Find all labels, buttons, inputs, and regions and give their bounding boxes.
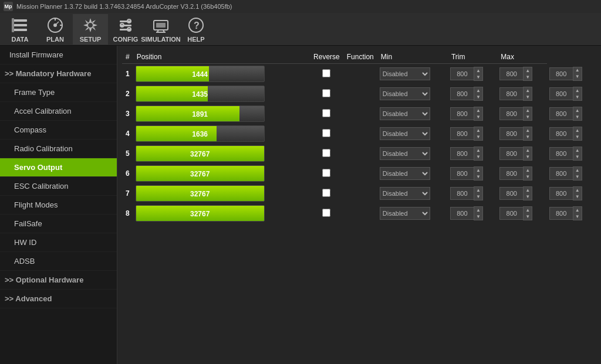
toolbar-simulation[interactable]: SIMULATION	[143, 14, 178, 45]
min-up-button[interactable]: ▲	[474, 107, 482, 114]
reverse-checkbox[interactable]	[322, 149, 330, 157]
min-up-button[interactable]: ▲	[474, 127, 482, 134]
trim-down-button[interactable]: ▼	[524, 174, 532, 180]
max-up-button[interactable]: ▲	[573, 187, 582, 193]
max-down-button[interactable]: ▼	[573, 94, 582, 100]
min-input[interactable]	[450, 87, 474, 100]
reverse-checkbox[interactable]	[322, 209, 330, 217]
sidebar-item-flight-modes[interactable]: Flight Modes	[0, 196, 117, 215]
sidebar-item-advanced[interactable]: >> Advanced	[0, 290, 117, 308]
trim-down-button[interactable]: ▼	[524, 74, 532, 80]
min-down-button[interactable]: ▼	[474, 193, 482, 200]
reverse-checkbox[interactable]	[322, 89, 330, 97]
min-input[interactable]	[450, 67, 474, 80]
trim-up-button[interactable]: ▲	[524, 67, 532, 74]
sidebar-item-compass[interactable]: Compass	[0, 121, 117, 140]
reverse-checkbox[interactable]	[322, 189, 330, 197]
trim-input[interactable]	[499, 127, 523, 140]
function-select[interactable]: DisabledRCPassThruFlapFlap_autoAileronmo…	[380, 207, 430, 220]
trim-up-button[interactable]: ▲	[524, 147, 532, 154]
max-down-button[interactable]: ▼	[573, 154, 582, 160]
trim-input[interactable]	[499, 147, 523, 160]
reverse-checkbox[interactable]	[322, 169, 330, 177]
reverse-checkbox[interactable]	[322, 129, 330, 137]
function-select[interactable]: DisabledRCPassThruFlapFlap_autoAileronmo…	[380, 167, 430, 180]
min-up-button[interactable]: ▲	[474, 147, 482, 154]
max-input[interactable]	[549, 107, 573, 120]
min-down-button[interactable]: ▼	[474, 94, 482, 100]
max-down-button[interactable]: ▼	[573, 114, 582, 120]
max-input[interactable]	[549, 87, 573, 100]
trim-input[interactable]	[499, 87, 523, 100]
max-down-button[interactable]: ▼	[573, 134, 582, 140]
function-select[interactable]: DisabledRCPassThruFlapFlap_autoAileronmo…	[380, 187, 430, 200]
max-down-button[interactable]: ▼	[573, 74, 582, 80]
sidebar-item-accel-calibration[interactable]: Accel Calibration	[0, 102, 117, 121]
toolbar-data[interactable]: DATA	[2, 14, 38, 45]
trim-down-button[interactable]: ▼	[524, 154, 532, 160]
min-input[interactable]	[450, 127, 474, 140]
reverse-checkbox[interactable]	[322, 109, 330, 117]
min-down-button[interactable]: ▼	[474, 154, 482, 160]
max-down-button[interactable]: ▼	[573, 174, 582, 180]
trim-up-button[interactable]: ▲	[524, 87, 532, 94]
min-down-button[interactable]: ▼	[474, 134, 482, 140]
function-select[interactable]: DisabledRCPassThruFlapFlap_autoAileronmo…	[380, 127, 430, 140]
trim-input[interactable]	[499, 207, 523, 220]
trim-input[interactable]	[499, 167, 523, 180]
trim-up-button[interactable]: ▲	[524, 167, 532, 174]
trim-down-button[interactable]: ▼	[524, 134, 532, 140]
max-input[interactable]	[549, 147, 573, 160]
max-up-button[interactable]: ▲	[573, 207, 582, 213]
sidebar-item-frame-type[interactable]: Frame Type	[0, 83, 117, 102]
sidebar-item-adsb[interactable]: ADSB	[0, 252, 117, 271]
function-select[interactable]: DisabledRCPassThruFlapFlap_autoAileronmo…	[380, 67, 430, 80]
min-input[interactable]	[450, 207, 474, 220]
sidebar-item-mandatory-hardware[interactable]: >> Mandatory Hardware	[0, 64, 117, 83]
trim-up-button[interactable]: ▲	[524, 187, 532, 193]
trim-down-button[interactable]: ▼	[524, 114, 532, 120]
max-down-button[interactable]: ▼	[573, 213, 582, 220]
function-select[interactable]: DisabledRCPassThruFlapFlap_autoAileronmo…	[380, 87, 430, 100]
function-select[interactable]: DisabledRCPassThruFlapFlap_autoAileronmo…	[380, 107, 430, 120]
min-up-button[interactable]: ▲	[474, 207, 482, 213]
toolbar-config[interactable]: CONFIG	[108, 14, 143, 45]
max-up-button[interactable]: ▲	[573, 147, 582, 154]
min-down-button[interactable]: ▼	[474, 114, 482, 120]
max-up-button[interactable]: ▲	[573, 167, 582, 174]
max-up-button[interactable]: ▲	[573, 127, 582, 134]
max-up-button[interactable]: ▲	[573, 107, 582, 114]
function-select[interactable]: DisabledRCPassThruFlapFlap_autoAileronmo…	[380, 147, 430, 160]
trim-input[interactable]	[499, 187, 523, 200]
trim-input[interactable]	[499, 107, 523, 120]
min-input[interactable]	[450, 167, 474, 180]
toolbar-setup[interactable]: SETUP	[73, 14, 108, 45]
trim-down-button[interactable]: ▼	[524, 193, 532, 200]
max-input[interactable]	[549, 67, 573, 80]
max-up-button[interactable]: ▲	[573, 67, 582, 74]
max-input[interactable]	[549, 207, 573, 220]
toolbar-plan[interactable]: PLAN	[38, 14, 73, 45]
trim-down-button[interactable]: ▼	[524, 213, 532, 220]
min-input[interactable]	[450, 187, 474, 200]
sidebar-item-esc-calibration[interactable]: ESC Calibration	[0, 177, 117, 196]
sidebar-item-optional-hardware[interactable]: >> Optional Hardware	[0, 271, 117, 290]
trim-up-button[interactable]: ▲	[524, 127, 532, 134]
min-up-button[interactable]: ▲	[474, 167, 482, 174]
trim-down-button[interactable]: ▼	[524, 94, 532, 100]
sidebar-item-radio-calibration[interactable]: Radio Calibration	[0, 140, 117, 158]
min-up-button[interactable]: ▲	[474, 187, 482, 193]
max-down-button[interactable]: ▼	[573, 193, 582, 200]
max-input[interactable]	[549, 187, 573, 200]
sidebar-item-hw-id[interactable]: HW ID	[0, 233, 117, 252]
min-input[interactable]	[450, 147, 474, 160]
min-down-button[interactable]: ▼	[474, 174, 482, 180]
min-input[interactable]	[450, 107, 474, 120]
sidebar-item-servo-output[interactable]: Servo Output	[0, 158, 117, 177]
toolbar-help[interactable]: ? HELP	[178, 14, 214, 45]
reverse-checkbox[interactable]	[322, 69, 330, 77]
max-input[interactable]	[549, 127, 573, 140]
min-up-button[interactable]: ▲	[474, 67, 482, 74]
max-input[interactable]	[549, 167, 573, 180]
min-down-button[interactable]: ▼	[474, 74, 482, 80]
